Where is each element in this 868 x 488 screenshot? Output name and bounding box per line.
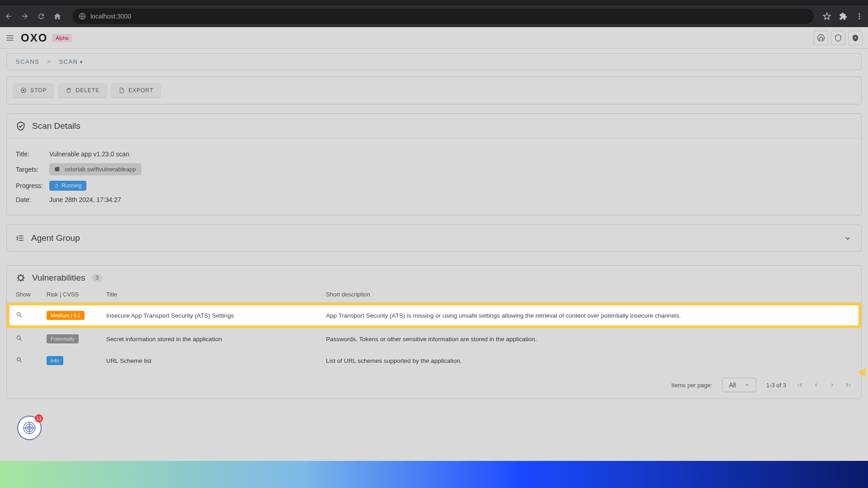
per-page-select[interactable]: All bbox=[722, 378, 756, 392]
url-text: localhost:3000 bbox=[90, 13, 131, 20]
svg-point-9 bbox=[17, 336, 21, 340]
scan-details-heading: Scan Details bbox=[32, 121, 80, 131]
floating-badge[interactable]: 13 bbox=[17, 416, 42, 440]
targets-label: Targets: bbox=[16, 166, 49, 173]
badge-count: 13 bbox=[35, 414, 43, 422]
tour-arrow bbox=[855, 366, 868, 379]
table-header: Show Risk | CVSS Title Short description bbox=[7, 288, 861, 303]
per-page-value: All bbox=[729, 381, 736, 389]
svg-point-8 bbox=[17, 313, 21, 316]
breadcrumb-current[interactable]: SCAN bbox=[59, 58, 78, 65]
browser-toolbar: localhost:3000 bbox=[0, 5, 868, 27]
agent-group-card[interactable]: Agent Group bbox=[6, 225, 862, 252]
risk-badge: Info bbox=[47, 356, 63, 365]
magnify-icon[interactable] bbox=[16, 335, 23, 342]
delete-button[interactable]: DELETE bbox=[58, 83, 107, 98]
col-show: Show bbox=[16, 291, 47, 298]
header-action-1[interactable] bbox=[814, 31, 828, 45]
export-label: EXPORT bbox=[128, 87, 153, 94]
breadcrumb-sep: > bbox=[47, 58, 51, 65]
risk-badge: Potentially bbox=[47, 334, 79, 343]
table-row[interactable]: Info URL Scheme list List of URL schemes… bbox=[7, 350, 861, 371]
date-label: Date: bbox=[16, 196, 49, 203]
col-risk: Risk | CVSS bbox=[47, 291, 106, 298]
first-page-icon[interactable] bbox=[796, 381, 803, 389]
svg-rect-6 bbox=[23, 89, 24, 91]
spinner-icon bbox=[54, 183, 59, 188]
items-per-page-label: Items per page: bbox=[671, 382, 712, 389]
vulnerabilities-card: Vulnerabilities 3 Show Risk | CVSS Title… bbox=[6, 265, 862, 399]
home-icon[interactable] bbox=[53, 12, 61, 20]
page-range: 1-3 of 3 bbox=[766, 382, 786, 389]
svg-point-7 bbox=[19, 276, 24, 281]
magnify-icon[interactable] bbox=[16, 311, 23, 318]
breadcrumb-root[interactable]: SCANS bbox=[16, 58, 39, 65]
col-desc: Short description bbox=[326, 291, 852, 298]
svg-point-1 bbox=[859, 13, 860, 14]
stop-button[interactable]: STOP bbox=[13, 83, 54, 98]
row-title: Secret information stored in the applica… bbox=[106, 336, 326, 343]
title-label: Title: bbox=[16, 150, 49, 158]
browser-tab-strip bbox=[0, 0, 868, 5]
back-icon[interactable] bbox=[5, 12, 13, 20]
app-header: OXO Alpha bbox=[0, 27, 868, 49]
export-button[interactable]: EXPORT bbox=[111, 83, 160, 98]
hamburger-menu[interactable] bbox=[5, 33, 14, 42]
header-action-3[interactable] bbox=[848, 31, 863, 45]
caret-down-icon: ▼ bbox=[79, 60, 84, 65]
row-title: Insecure App Transport Security (ATS) Se… bbox=[106, 312, 326, 319]
svg-point-3 bbox=[859, 18, 860, 19]
progress-badge: Running bbox=[49, 181, 86, 191]
target-value: ostorlab.swiftvulnerableapp bbox=[65, 166, 136, 173]
address-bar[interactable]: localhost:3000 bbox=[72, 9, 814, 24]
table-row[interactable]: Medium | 9.1 Insecure App Transport Secu… bbox=[9, 305, 859, 325]
header-action-2[interactable] bbox=[831, 31, 845, 45]
vulns-heading: Vulnerabilities bbox=[32, 273, 85, 283]
bug-icon bbox=[16, 273, 26, 283]
vulns-count: 3 bbox=[92, 274, 103, 282]
star-icon[interactable] bbox=[823, 12, 831, 20]
table-row[interactable]: Potentially Secret information stored in… bbox=[7, 328, 861, 350]
pagination: Items per page: All 1-3 of 3 bbox=[7, 371, 861, 399]
row-title: URL Scheme list bbox=[106, 357, 326, 364]
stop-icon bbox=[20, 87, 27, 94]
row-desc: List of URL schemes supported by the app… bbox=[326, 357, 852, 364]
globe-icon bbox=[79, 13, 86, 20]
fingerprint-icon bbox=[22, 420, 37, 436]
menu-icon[interactable] bbox=[855, 12, 863, 20]
highlighted-row: Medium | 9.1 Insecure App Transport Secu… bbox=[7, 303, 861, 328]
gradient-footer bbox=[0, 461, 868, 488]
col-title: Title bbox=[106, 291, 326, 298]
apple-icon bbox=[55, 166, 61, 173]
prev-page-icon[interactable] bbox=[812, 381, 820, 389]
stop-label: STOP bbox=[30, 87, 47, 94]
svg-point-4 bbox=[855, 37, 856, 38]
target-chip[interactable]: ostorlab.swiftvulnerableapp bbox=[49, 163, 142, 175]
chevron-down-icon[interactable] bbox=[843, 234, 852, 243]
trash-icon bbox=[66, 87, 72, 94]
forward-icon[interactable] bbox=[21, 12, 29, 20]
magnify-icon[interactable] bbox=[16, 357, 23, 363]
last-page-icon[interactable] bbox=[845, 381, 852, 389]
svg-point-10 bbox=[17, 358, 21, 361]
title-value: Vulnerable app v1.23.0 scan bbox=[49, 150, 129, 158]
delete-label: DELETE bbox=[75, 87, 99, 94]
next-page-icon[interactable] bbox=[829, 381, 836, 389]
reload-icon[interactable] bbox=[37, 12, 45, 20]
app-logo: OXO bbox=[21, 32, 47, 44]
row-desc: Passwords, Tokens or other sensitive inf… bbox=[326, 336, 852, 343]
extensions-icon[interactable] bbox=[839, 12, 847, 20]
row-desc: App Transport Security (ATS) is missing … bbox=[326, 312, 852, 319]
shield-check-icon bbox=[16, 121, 26, 131]
list-icon bbox=[16, 234, 25, 243]
risk-badge: Medium | 9.1 bbox=[47, 311, 85, 320]
dropdown-caret-icon bbox=[744, 382, 750, 388]
alpha-badge: Alpha bbox=[52, 34, 72, 42]
agent-group-heading: Agent Group bbox=[31, 233, 843, 243]
scan-details-card: Scan Details Title: Vulnerable app v1.23… bbox=[6, 113, 862, 216]
svg-point-2 bbox=[859, 16, 860, 17]
breadcrumb: SCANS > SCAN▼ bbox=[6, 53, 862, 70]
progress-value: Running bbox=[61, 183, 82, 189]
progress-label: Progress: bbox=[16, 182, 49, 189]
file-icon bbox=[118, 87, 125, 94]
